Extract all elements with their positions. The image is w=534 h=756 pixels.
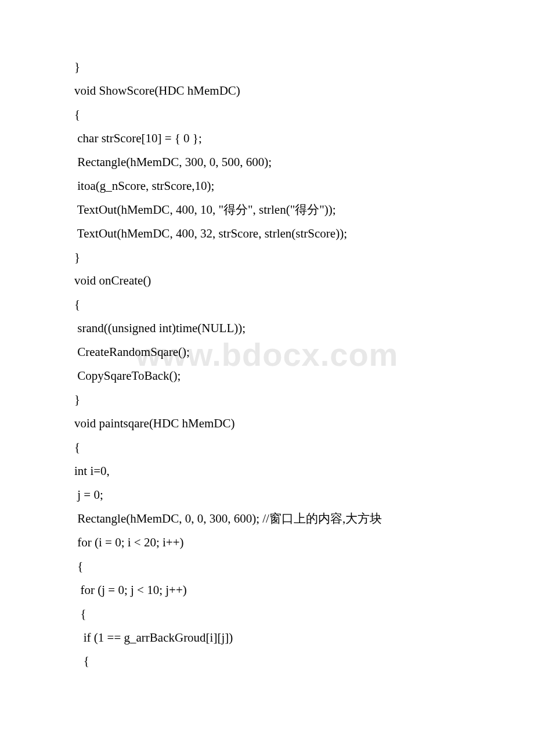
code-line: void onCreate() xyxy=(74,269,470,293)
code-line: } xyxy=(74,246,470,269)
document-page: www.bdocx.com } void ShowScore(HDC hMemD… xyxy=(0,0,534,756)
code-line: TextOut(hMemDC, 400, 10, "得分", strlen("得… xyxy=(74,198,470,222)
code-line: CopySqareToBack(); xyxy=(74,364,470,388)
code-line: void paintsqare(HDC hMemDC) xyxy=(74,412,470,435)
code-line: { xyxy=(74,602,470,626)
code-line: srand((unsigned int)time(NULL)); xyxy=(74,316,470,340)
code-line: { xyxy=(74,649,470,673)
code-line: for (j = 0; j < 10; j++) xyxy=(74,578,470,602)
code-line: Rectangle(hMemDC, 0, 0, 300, 600); //窗口上… xyxy=(74,507,470,531)
code-line: Rectangle(hMemDC, 300, 0, 500, 600); xyxy=(74,150,470,174)
code-line: if (1 == g_arrBackGroud[i][j]) xyxy=(74,626,470,650)
code-line: for (i = 0; i < 20; i++) xyxy=(74,531,470,555)
code-line: int i=0, xyxy=(74,459,470,483)
code-line: void ShowScore(HDC hMemDC) xyxy=(74,79,470,103)
code-line: { xyxy=(74,293,470,316)
code-line: CreateRandomSqare(); xyxy=(74,340,470,364)
code-line: { xyxy=(74,555,470,578)
code-line: itoa(g_nScore, strScore,10); xyxy=(74,174,470,198)
code-line: { xyxy=(74,435,470,459)
code-line: { xyxy=(74,103,470,127)
code-line: char strScore[10] = { 0 }; xyxy=(74,127,470,150)
code-line: } xyxy=(74,55,470,79)
code-line: j = 0; xyxy=(74,483,470,507)
code-line: } xyxy=(74,388,470,412)
code-line: TextOut(hMemDC, 400, 32, strScore, strle… xyxy=(74,222,470,246)
